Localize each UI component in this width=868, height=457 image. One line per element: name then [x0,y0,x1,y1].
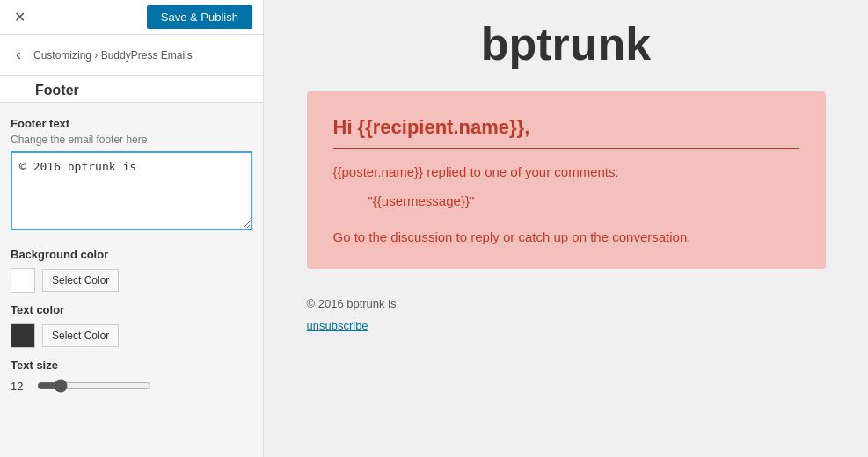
back-button[interactable]: ‹ [11,44,26,66]
footer-text-hint: Change the email footer here [11,134,252,146]
email-cta-link[interactable]: Go to the discussion [333,229,453,244]
email-cta: Go to the discussion to reply or catch u… [333,229,799,244]
text-size-label: Text size [11,359,252,372]
footer-text-label: Footer text [11,117,252,130]
breadcrumb: Customizing › BuddyPress Emails [33,49,193,62]
top-bar: ✕ Save & Publish [0,0,263,35]
email-greeting: Hi {{recipient.name}}, [333,116,799,149]
unsubscribe-link[interactable]: unsubscribe [307,319,368,332]
background-color-row: Select Color [11,268,252,293]
panel-content: Footer text Change the email footer here… [0,103,263,457]
right-panel: bptrunk Hi {{recipient.name}}, {{poster.… [264,0,868,457]
email-cta-suffix: to reply or catch up on the conversation… [452,229,690,244]
text-size-slider[interactable] [37,379,151,393]
footer-text-section: Footer text Change the email footer here… [11,117,252,234]
section-title: Footer [35,83,252,102]
text-size-section: Text size 12 [11,359,252,393]
background-color-label: Background color [11,248,252,261]
footer-text-preview: © 2016 bptrunk is [307,297,826,310]
email-card: Hi {{recipient.name}}, {{poster.name}} r… [307,91,826,269]
text-color-row: Select Color [11,323,252,348]
text-color-section: Text color Select Color [11,303,252,348]
email-quote: "{{usermessage}}" [368,193,799,208]
text-size-row: 12 [11,379,252,393]
text-color-swatch[interactable] [11,323,35,348]
text-size-value: 12 [11,380,28,393]
background-color-section: Background color Select Color [11,248,252,293]
text-color-label: Text color [11,303,252,316]
background-select-color-button[interactable]: Select Color [42,269,119,292]
footer-preview: © 2016 bptrunk is unsubscribe [307,287,826,344]
text-select-color-button[interactable]: Select Color [42,324,119,347]
nav-bar: ‹ Customizing › BuddyPress Emails [0,35,263,76]
footer-textarea[interactable]: © 2016 bptrunk is [11,151,252,230]
close-button[interactable]: ✕ [11,5,29,29]
site-title: bptrunk [481,18,652,70]
save-publish-button[interactable]: Save & Publish [147,5,252,29]
email-body: {{poster.name}} replied to one of your c… [333,164,799,179]
background-color-swatch[interactable] [11,268,35,293]
left-panel: ✕ Save & Publish ‹ Customizing › BuddyPr… [0,0,264,457]
